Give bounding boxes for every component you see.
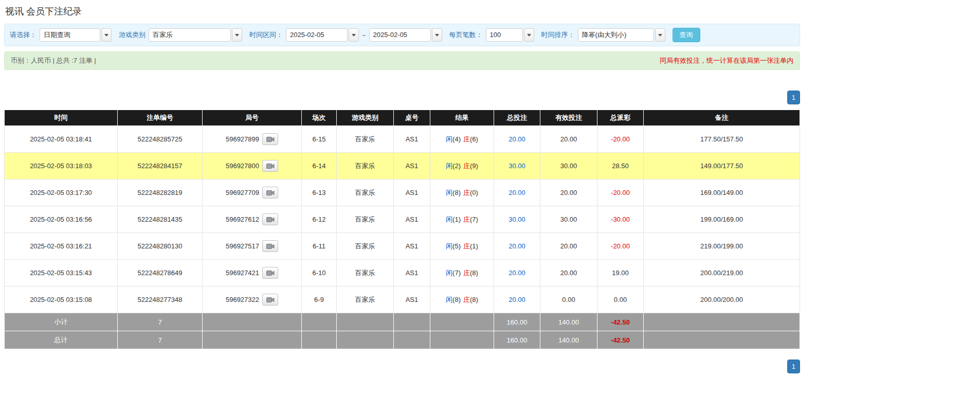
result-player: 闲(7) — [446, 268, 461, 278]
total-bet-link[interactable]: 20.00 — [509, 296, 525, 303]
cell-remark: 200.00/200.00 — [644, 286, 800, 313]
cell-bet-id: 522248282819 — [118, 179, 203, 206]
cell-session: 6-13 — [302, 179, 337, 206]
video-replay-button[interactable] — [262, 160, 278, 172]
cell-remark: 169.00/149.00 — [644, 179, 800, 206]
result-banker: 庄(1) — [463, 242, 478, 251]
cell-bet-id: 522248280130 — [118, 233, 203, 260]
page-1-button[interactable]: 1 — [787, 360, 800, 373]
page-size-label: 每页笔数： — [449, 30, 483, 40]
result-player: 闲(5) — [446, 242, 461, 251]
total-row: 总计 7 160.00 140.00 -42.50 — [5, 331, 800, 349]
camera-icon — [266, 297, 275, 303]
sort-value[interactable]: 降幂(由大到小) — [578, 28, 654, 42]
total-bet-link[interactable]: 20.00 — [509, 135, 525, 143]
cell-game: 百家乐 — [337, 126, 394, 153]
header-time: 时间 — [5, 110, 118, 126]
query-type-value[interactable]: 日期查询 — [40, 28, 100, 42]
table-row: 2025-02-05 03:17:30 522248282819 5969277… — [5, 179, 800, 206]
camera-icon — [266, 270, 275, 276]
cell-round-id: 596927612 — [203, 206, 302, 233]
page-1-button[interactable]: 1 — [787, 91, 800, 104]
pagination-top: 1 — [4, 91, 800, 104]
cell-table-no: AS1 — [394, 153, 430, 179]
date-from-dropdown[interactable]: 2025-02-05 — [286, 28, 359, 42]
page-size-value[interactable]: 100 — [486, 28, 523, 42]
total-bet-link[interactable]: 30.00 — [509, 162, 525, 170]
cell-round-id: 596927800 — [203, 153, 302, 179]
cell-session: 6-10 — [302, 260, 337, 286]
cell-bet-id: 522248278649 — [118, 260, 203, 286]
video-replay-button[interactable] — [262, 133, 278, 145]
header-valid-bet: 有效投注 — [540, 110, 597, 126]
summary-text: 币别：人民币 | 总共 :7 注单 | — [11, 56, 96, 65]
date-to-value[interactable]: 2025-02-05 — [369, 28, 431, 42]
game-type-value[interactable]: 百家乐 — [149, 28, 231, 42]
page-container: 视讯 会员下注纪录 请选择： 日期查询 游戏类别 百家乐 时间区间： 2025-… — [4, 5, 800, 373]
video-replay-button[interactable] — [262, 267, 278, 279]
camera-icon — [266, 163, 275, 169]
game-type-dropdown[interactable]: 百家乐 — [149, 28, 242, 42]
cell-payout: 19.00 — [597, 260, 644, 286]
cell-game: 百家乐 — [337, 206, 394, 233]
chevron-down-icon[interactable] — [432, 28, 442, 42]
video-replay-button[interactable] — [262, 294, 278, 306]
video-replay-button[interactable] — [262, 240, 278, 252]
query-type-dropdown[interactable]: 日期查询 — [40, 28, 112, 42]
table-header: 时间 注单编号 局号 场次 游戏类别 桌号 结果 总投注 有效投注 总派彩 备注 — [5, 110, 800, 126]
cell-session: 6-12 — [302, 206, 337, 233]
filter-group-time-range: 时间区间： 2025-02-05 ~ 2025-02-05 — [249, 28, 442, 42]
cell-total-bet: 30.00 — [494, 153, 540, 179]
video-replay-button[interactable] — [262, 187, 278, 199]
round-id-value: 596927517 — [226, 242, 259, 250]
cell-total-bet: 20.00 — [494, 179, 540, 206]
chevron-down-icon[interactable] — [655, 28, 665, 42]
subtotal-label: 小计 — [5, 313, 118, 331]
filter-bar: 请选择： 日期查询 游戏类别 百家乐 时间区间： 2025-02-05 ~ 20… — [4, 24, 800, 46]
cell-remark: 200.00/219.00 — [644, 260, 800, 286]
result-banker: 庄(8) — [463, 268, 478, 278]
cell-result: 闲(2) 庄(9) — [430, 153, 494, 179]
result-banker: 庄(8) — [463, 295, 478, 304]
chevron-down-icon[interactable] — [524, 28, 534, 42]
chevron-down-icon[interactable] — [232, 28, 242, 42]
result-banker: 庄(6) — [463, 135, 478, 144]
query-button[interactable]: 查询 — [673, 28, 700, 42]
total-valid-bet: 140.00 — [540, 331, 597, 349]
page-size-dropdown[interactable]: 100 — [486, 28, 534, 42]
cell-round-id: 596927421 — [203, 260, 302, 286]
page-title: 视讯 会员下注纪录 — [5, 5, 800, 17]
date-to-dropdown[interactable]: 2025-02-05 — [369, 28, 442, 42]
round-id-value: 596927800 — [226, 162, 259, 170]
header-table-no: 桌号 — [394, 110, 430, 126]
chevron-down-icon[interactable] — [101, 28, 112, 42]
cell-round-id: 596927322 — [203, 286, 302, 313]
total-bet-link[interactable]: 20.00 — [509, 242, 525, 250]
cell-result: 闲(4) 庄(6) — [430, 126, 494, 153]
cell-remark: 177.50/157.50 — [644, 126, 800, 153]
cell-game: 百家乐 — [337, 260, 394, 286]
cell-table-no: AS1 — [394, 260, 430, 286]
total-bet-link[interactable]: 20.00 — [509, 189, 525, 196]
subtotal-total-bet: 160.00 — [494, 313, 540, 331]
cell-total-bet: 20.00 — [494, 286, 540, 313]
cell-valid-bet: 0.00 — [540, 286, 597, 313]
cell-game: 百家乐 — [337, 286, 394, 313]
cell-time: 2025-02-05 03:17:30 — [5, 179, 118, 206]
cell-payout: 0.00 — [597, 286, 644, 313]
cell-payout: -30.00 — [597, 206, 644, 233]
chevron-down-icon[interactable] — [349, 28, 359, 42]
result-player: 闲(2) — [446, 161, 461, 171]
cell-valid-bet: 20.00 — [540, 260, 597, 286]
cell-bet-id: 522248277348 — [118, 286, 203, 313]
cell-session: 6-9 — [302, 286, 337, 313]
cell-valid-bet: 30.00 — [540, 206, 597, 233]
sort-dropdown[interactable]: 降幂(由大到小) — [578, 28, 665, 42]
cell-game: 百家乐 — [337, 233, 394, 260]
video-replay-button[interactable] — [262, 213, 278, 225]
total-bet-link[interactable]: 30.00 — [509, 216, 525, 223]
cell-time: 2025-02-05 03:18:03 — [5, 153, 118, 179]
total-bet-link[interactable]: 20.00 — [509, 269, 525, 277]
table-row: 2025-02-05 03:15:43 522248278649 5969274… — [5, 260, 800, 286]
date-from-value[interactable]: 2025-02-05 — [286, 28, 348, 42]
